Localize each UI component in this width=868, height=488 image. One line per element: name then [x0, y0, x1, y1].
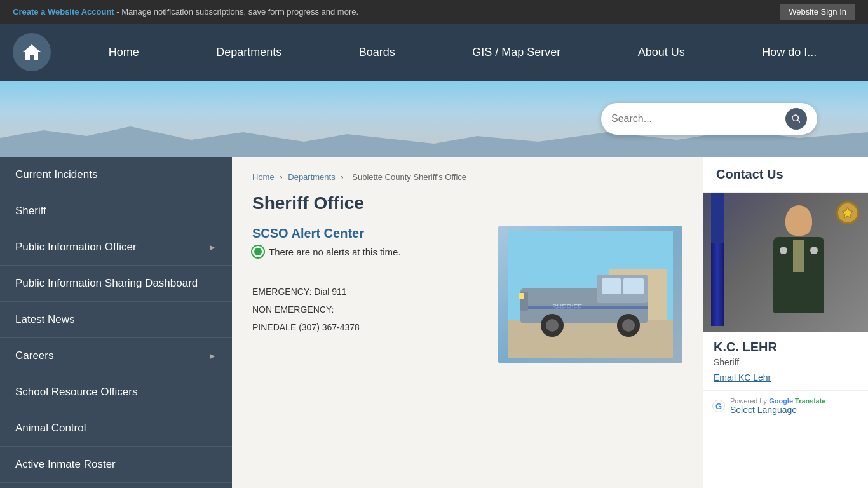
- content-flex: SCSO Alert Center There are no alerts at…: [252, 226, 682, 363]
- nav-item-howdoi[interactable]: How do I...: [752, 39, 826, 65]
- contact-us-header: Contact Us: [703, 157, 868, 193]
- translate-bar: G Powered by Google Translate Select Lan…: [703, 390, 868, 421]
- alert-title: SCSO Alert Center: [252, 226, 479, 241]
- nav-link-list: Home Departments Boards GIS / Map Server…: [70, 39, 855, 65]
- svg-rect-14: [519, 293, 524, 299]
- home-icon: [22, 42, 42, 62]
- sidebar-item-sro[interactable]: School Resource Officers: [0, 374, 232, 410]
- contact-info: EMERGENCY: Dial 911 NON EMERGENCY: PINED…: [252, 283, 479, 336]
- contact-title: Sheriff: [703, 357, 868, 372]
- breadcrumb-sep-2: ›: [341, 172, 346, 182]
- contact-name: K.C. LEHR: [703, 332, 868, 357]
- sidebar-item-latest-news[interactable]: Latest News: [0, 302, 232, 338]
- badge-icon: [841, 206, 855, 220]
- site-logo[interactable]: [13, 33, 51, 71]
- search-icon: [791, 114, 801, 124]
- nav-item-gis[interactable]: GIS / Map Server: [463, 39, 570, 65]
- svg-point-10: [546, 319, 559, 332]
- nav-item-boards[interactable]: Boards: [349, 39, 405, 65]
- breadcrumb: Home › Departments › Sublette County She…: [252, 172, 682, 182]
- address-line: PINEDALE (307) 367-4378: [252, 318, 479, 336]
- powered-by-text: Powered by Google Translate: [730, 397, 825, 405]
- search-bar: [601, 103, 817, 135]
- banner-text: Create a Website Account - Manage notifi…: [13, 7, 358, 17]
- svg-rect-6: [623, 278, 644, 294]
- svg-rect-8: [520, 306, 648, 309]
- emergency-line: EMERGENCY: Dial 911: [252, 283, 479, 301]
- sidebar-item-animal-control[interactable]: Animal Control: [0, 410, 232, 447]
- translate-brand: Translate: [795, 397, 825, 405]
- search-button[interactable]: [785, 108, 807, 130]
- contact-photo-bg: [703, 193, 868, 332]
- banner-account-link[interactable]: Create a Website Account: [13, 7, 114, 17]
- banner-suffix: - Manage notification subscriptions, sav…: [114, 7, 358, 17]
- website-sign-in-button[interactable]: Website Sign In: [780, 4, 855, 20]
- right-panel-wrapper: Contact Us: [703, 157, 868, 488]
- sheriff-vehicle-photo: SHERIFF: [498, 226, 682, 363]
- contact-email-link[interactable]: Email KC Lehr: [703, 372, 868, 390]
- sidebar-item-pisd[interactable]: Public Information Sharing Dashboard: [0, 266, 232, 302]
- main-navigation: Home Departments Boards GIS / Map Server…: [0, 24, 868, 81]
- search-input[interactable]: [611, 113, 785, 125]
- right-panel: Contact Us: [703, 157, 868, 421]
- google-g-logo: G: [712, 400, 725, 412]
- sidebar-item-sheriff[interactable]: Sheriff: [0, 193, 232, 229]
- sidebar-item-careers[interactable]: Careers ►: [0, 338, 232, 374]
- top-banner: Create a Website Account - Manage notifi…: [0, 0, 868, 24]
- contact-photo: [703, 193, 868, 332]
- hero-section: [0, 81, 868, 157]
- alert-status-dot: [252, 246, 264, 257]
- sidebar-item-pio[interactable]: Public Information Officer ►: [0, 229, 232, 266]
- main-content: Current Incidents Sheriff Public Informa…: [0, 157, 868, 488]
- sidebar-item-inmate-roster[interactable]: Active Inmate Roster: [0, 447, 232, 483]
- vehicle-image: SHERIFF: [508, 231, 673, 358]
- alert-section: SCSO Alert Center There are no alerts at…: [252, 226, 479, 257]
- nav-item-departments[interactable]: Departments: [207, 39, 291, 65]
- svg-point-12: [622, 319, 635, 332]
- sidebar: Current Incidents Sheriff Public Informa…: [0, 157, 232, 488]
- content-text: SCSO Alert Center There are no alerts at…: [252, 226, 479, 363]
- svg-marker-15: [843, 207, 853, 218]
- alert-status: There are no alerts at this time.: [252, 246, 479, 257]
- google-brand: Google: [769, 397, 793, 405]
- sidebar-item-current-incidents[interactable]: Current Incidents: [0, 157, 232, 193]
- sheriff-photo-inner: SHERIFF: [498, 226, 682, 363]
- svg-rect-5: [602, 278, 621, 294]
- chevron-right-icon-careers: ►: [208, 351, 217, 361]
- nav-item-home[interactable]: Home: [99, 39, 149, 65]
- non-emergency-line: NON EMERGENCY:: [252, 301, 479, 318]
- alert-status-text: There are no alerts at this time.: [269, 247, 401, 257]
- content-area: Home › Departments › Sublette County She…: [232, 157, 703, 488]
- page-title: Sheriff Office: [252, 193, 682, 214]
- svg-rect-1: [508, 320, 673, 358]
- chevron-right-icon: ►: [208, 242, 217, 252]
- breadcrumb-sep-1: ›: [280, 172, 285, 182]
- nav-item-about[interactable]: About Us: [628, 39, 695, 65]
- select-language-button[interactable]: Select Language: [730, 405, 825, 415]
